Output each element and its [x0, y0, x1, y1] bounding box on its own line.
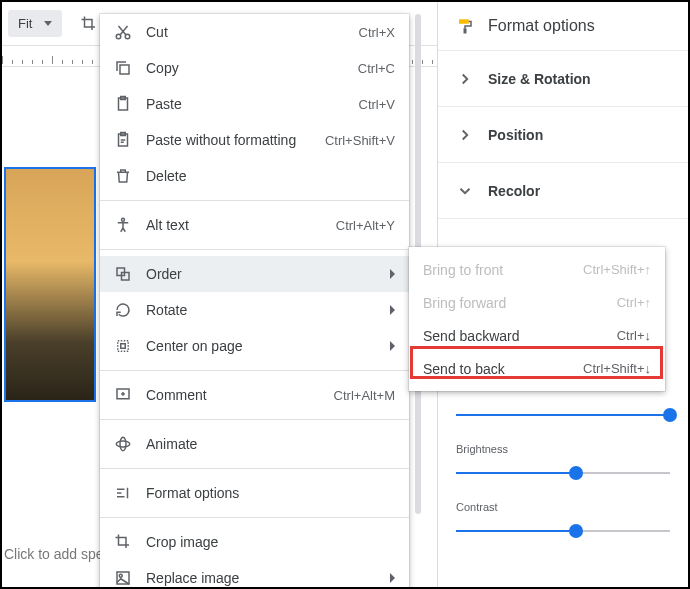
paint-roller-icon: [456, 17, 474, 35]
menu-center[interactable]: Center on page: [100, 328, 409, 364]
menu-replace-image[interactable]: Replace image: [100, 560, 409, 589]
svg-rect-22: [464, 28, 467, 33]
comment-icon: [114, 386, 132, 404]
placeholder-text[interactable]: Click to add spe: [4, 546, 104, 562]
context-menu: Cut Ctrl+X Copy Ctrl+C Paste Ctrl+V Past…: [100, 14, 409, 589]
submenu-bring-forward[interactable]: Bring forward Ctrl+↑: [409, 286, 665, 319]
sidebar-position[interactable]: Position: [438, 106, 688, 162]
svg-rect-14: [121, 344, 126, 349]
separator: [100, 517, 409, 518]
svg-point-10: [122, 218, 125, 221]
contrast-label: Contrast: [456, 501, 670, 513]
chevron-down-icon: [44, 21, 52, 26]
sidebar-header: Format options: [438, 2, 688, 50]
menu-order[interactable]: Order: [100, 256, 409, 292]
transparency-slider[interactable]: [456, 407, 670, 423]
menu-animate[interactable]: Animate: [100, 426, 409, 462]
submenu-arrow-icon: [390, 305, 395, 315]
submenu-arrow-icon: [390, 573, 395, 583]
svg-point-17: [120, 437, 126, 451]
crop-icon: [114, 533, 132, 551]
order-icon: [114, 265, 132, 283]
submenu-bring-front[interactable]: Bring to front Ctrl+Shift+↑: [409, 253, 665, 286]
trash-icon: [114, 167, 132, 185]
menu-cut[interactable]: Cut Ctrl+X: [100, 14, 409, 50]
sidebar-title: Format options: [488, 17, 595, 35]
accessibility-icon: [114, 216, 132, 234]
brightness-slider[interactable]: [456, 465, 670, 481]
contrast-slider[interactable]: [456, 523, 670, 539]
crop-icon[interactable]: [80, 15, 98, 33]
menu-copy[interactable]: Copy Ctrl+C: [100, 50, 409, 86]
paste-plain-icon: [114, 131, 132, 149]
svg-rect-21: [459, 19, 469, 24]
svg-rect-5: [120, 65, 129, 74]
chevron-down-icon: [456, 182, 474, 200]
submenu-arrow-icon: [390, 341, 395, 351]
menu-format-options[interactable]: Format options: [100, 475, 409, 511]
chevron-right-icon: [456, 70, 474, 88]
submenu-arrow-icon: [390, 269, 395, 279]
separator: [100, 419, 409, 420]
submenu-send-back[interactable]: Send to back Ctrl+Shift+↓: [409, 352, 665, 385]
menu-paste[interactable]: Paste Ctrl+V: [100, 86, 409, 122]
rotate-icon: [114, 301, 132, 319]
copy-icon: [114, 59, 132, 77]
menu-crop[interactable]: Crop image: [100, 524, 409, 560]
separator: [100, 249, 409, 250]
fit-label: Fit: [18, 16, 32, 31]
zoom-fit-button[interactable]: Fit: [8, 10, 62, 37]
menu-delete[interactable]: Delete: [100, 158, 409, 194]
format-icon: [114, 484, 132, 502]
menu-alt-text[interactable]: Alt text Ctrl+Alt+Y: [100, 207, 409, 243]
submenu-send-backward[interactable]: Send backward Ctrl+↓: [409, 319, 665, 352]
center-icon: [114, 337, 132, 355]
menu-paste-plain[interactable]: Paste without formatting Ctrl+Shift+V: [100, 122, 409, 158]
sidebar-recolor[interactable]: Recolor: [438, 162, 688, 218]
brightness-label: Brightness: [456, 443, 670, 455]
animate-icon: [114, 435, 132, 453]
cut-icon: [114, 23, 132, 41]
chevron-right-icon: [456, 126, 474, 144]
separator: [100, 468, 409, 469]
menu-rotate[interactable]: Rotate: [100, 292, 409, 328]
order-submenu: Bring to front Ctrl+Shift+↑ Bring forwar…: [409, 247, 665, 391]
image-icon: [114, 569, 132, 587]
selected-image[interactable]: [4, 167, 96, 402]
svg-rect-13: [118, 341, 129, 352]
svg-point-19: [119, 574, 122, 577]
sidebar-size-rotation[interactable]: Size & Rotation: [438, 50, 688, 106]
svg-point-16: [116, 441, 130, 447]
menu-comment[interactable]: Comment Ctrl+Alt+M: [100, 377, 409, 413]
separator: [100, 370, 409, 371]
separator: [100, 200, 409, 201]
paste-icon: [114, 95, 132, 113]
